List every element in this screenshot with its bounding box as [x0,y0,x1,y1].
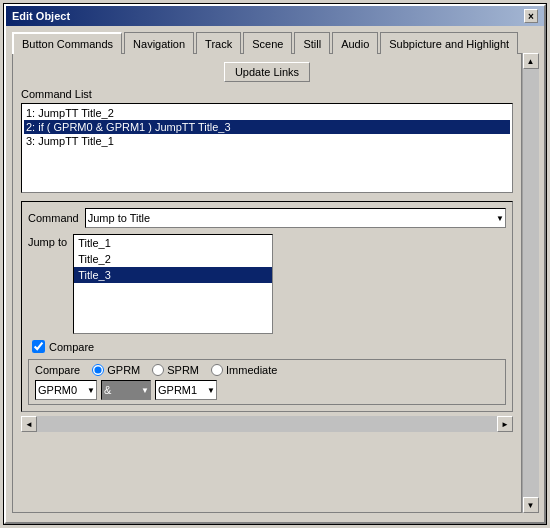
command-listbox[interactable]: 1: JumpTT Title_2 2: if ( GPRM0 & GPRM1 … [21,103,513,193]
jump-to-listbox[interactable]: Title_1 Title_2 Title_3 [73,234,273,334]
command-item-1[interactable]: 1: JumpTT Title_2 [24,106,510,120]
tab-content: Update Links Command List 1: JumpTT Titl… [12,53,522,513]
scroll-up-button[interactable]: ▲ [523,53,539,69]
update-links-button[interactable]: Update Links [224,62,310,82]
sprm-radio[interactable] [152,364,164,376]
scroll-right-button[interactable]: ► [497,416,513,432]
tab-button-commands[interactable]: Button Commands [12,32,122,54]
command-list-label: Command List [21,88,513,100]
gprm1-select[interactable]: GPRM0 GPRM1 GPRM2 [155,380,217,400]
operator-select[interactable]: & | == != [101,380,151,400]
tab-scene[interactable]: Scene [243,32,292,54]
compare-section: Compare GPRM SPRM Immediat [28,359,506,405]
command-item-3[interactable]: 3: JumpTT Title_1 [24,134,510,148]
jump-item-title1[interactable]: Title_1 [74,235,272,251]
vertical-scroll-track[interactable] [523,69,539,497]
gprm0-select-wrapper: GPRM0 GPRM1 GPRM2 [35,380,97,400]
tab-audio[interactable]: Audio [332,32,378,54]
update-links-row: Update Links [21,62,513,82]
gprm-radio[interactable] [92,364,104,376]
compare-section-label: Compare [35,364,80,376]
content-area: Button Commands Navigation Track Scene S… [6,26,544,519]
compare-checkbox-row: Compare [28,340,506,353]
tab-track[interactable]: Track [196,32,241,54]
window-title: Edit Object [12,10,70,22]
tab-content-wrapper: Update Links Command List 1: JumpTT Titl… [12,53,538,513]
tab-subpicture[interactable]: Subpicture and Highlight [380,32,518,54]
edit-object-window: Edit Object × Button Commands Navigation… [4,4,546,524]
tab-navigation[interactable]: Navigation [124,32,194,54]
close-button[interactable]: × [524,9,538,23]
command-row: Command Jump to Title Jump to Chapter Se… [28,208,506,228]
scroll-left-button[interactable]: ◄ [21,416,37,432]
compare-radio-row: Compare GPRM SPRM Immediat [35,364,499,376]
jump-to-label: Jump to [28,234,67,248]
gprm1-select-wrapper: GPRM0 GPRM1 GPRM2 [155,380,217,400]
vertical-scrollbar: ▲ ▼ [522,53,538,513]
gprm0-select[interactable]: GPRM0 GPRM1 GPRM2 [35,380,97,400]
compare-checkbox-label: Compare [49,341,94,353]
tab-bar: Button Commands Navigation Track Scene S… [12,32,538,54]
sprm-radio-label[interactable]: SPRM [152,364,199,376]
tab-still[interactable]: Still [294,32,330,54]
command-item-2[interactable]: 2: if ( GPRM0 & GPRM1 ) JumpTT Title_3 [24,120,510,134]
scroll-down-button[interactable]: ▼ [523,497,539,513]
separator [21,193,513,201]
immediate-radio[interactable] [211,364,223,376]
jump-item-title2[interactable]: Title_2 [74,251,272,267]
jump-to-row: Jump to Title_1 Title_2 Title_3 [28,234,506,334]
bottom-panel: Command Jump to Title Jump to Chapter Se… [21,201,513,412]
horizontal-scroll-track[interactable] [37,416,497,432]
immediate-radio-label[interactable]: Immediate [211,364,277,376]
command-select-wrapper: Jump to Title Jump to Chapter Set GPRM N… [85,208,506,228]
command-select[interactable]: Jump to Title Jump to Chapter Set GPRM N… [85,208,506,228]
titlebar: Edit Object × [6,6,544,26]
horizontal-scrollbar: ◄ ► [21,416,513,432]
gprm-radio-label[interactable]: GPRM [92,364,140,376]
operator-select-wrapper: & | == != [101,380,151,400]
compare-selects-row: GPRM0 GPRM1 GPRM2 & | == != [35,380,499,400]
command-label: Command [28,212,79,224]
compare-checkbox[interactable] [32,340,45,353]
jump-item-title3[interactable]: Title_3 [74,267,272,283]
